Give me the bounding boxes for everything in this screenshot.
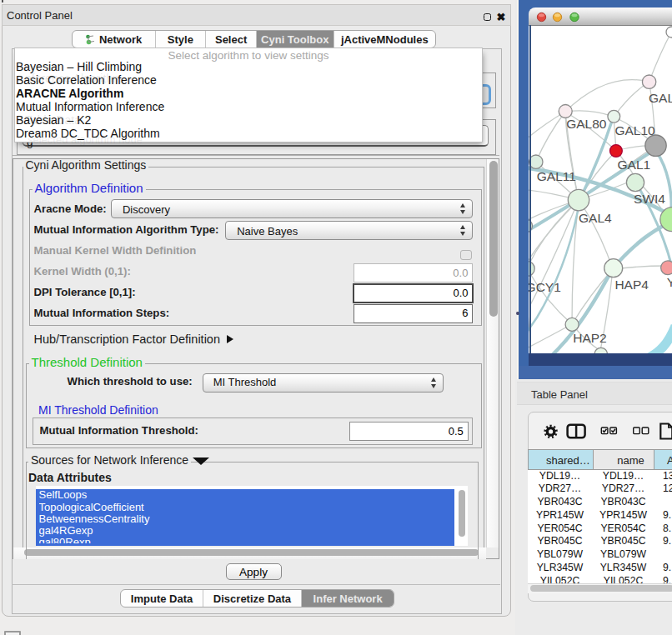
svg-text:GAL10: GAL10 [614,123,655,138]
svg-text:HAP4: HAP4 [614,278,649,292]
svg-text:GAL2: GAL2 [649,91,672,105]
svg-text:GCY1: GCY1 [529,280,561,294]
svg-text:SWI4: SWI4 [634,192,665,206]
svg-text:GAL4: GAL4 [579,211,612,225]
svg-text:Y: Y [667,275,672,289]
svg-text:GAL11: GAL11 [537,169,576,183]
svg-text:HAP2: HAP2 [573,331,607,345]
svg-text:GAL1: GAL1 [618,158,651,172]
svg-text:GAL80: GAL80 [566,117,607,131]
